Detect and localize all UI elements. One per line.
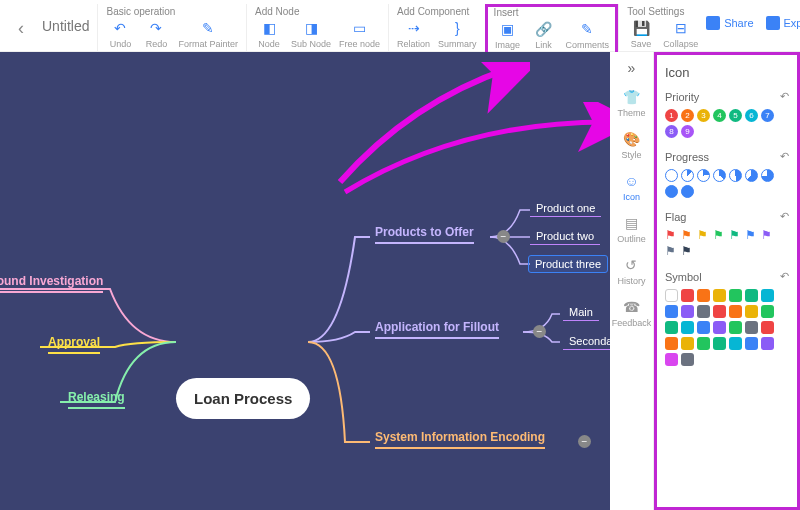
symbol-15[interactable] (681, 321, 694, 334)
expand-toggle[interactable]: − (497, 230, 510, 243)
symbol-6[interactable] (761, 289, 774, 302)
leaf-node[interactable]: Seconda (563, 333, 610, 350)
progress-2[interactable] (697, 169, 710, 182)
symbol-4[interactable] (729, 289, 742, 302)
nav-theme[interactable]: 👕Theme (617, 88, 645, 118)
node-button[interactable]: ◧Node (255, 19, 283, 49)
branch-right-1[interactable]: Products to Offer (375, 225, 474, 244)
center-node[interactable]: Loan Process (176, 378, 310, 419)
nav-history[interactable]: ↺History (617, 256, 645, 286)
redo-button[interactable]: ↷Redo (142, 19, 170, 49)
subnode-button[interactable]: ◨Sub Node (291, 19, 331, 49)
priority-3[interactable]: 3 (697, 109, 710, 122)
progress-4[interactable] (729, 169, 742, 182)
priority-6[interactable]: 6 (745, 109, 758, 122)
progress-6[interactable] (761, 169, 774, 182)
symbol-18[interactable] (729, 321, 742, 334)
progress-3[interactable] (713, 169, 726, 182)
save-button[interactable]: 💾Save (627, 19, 655, 49)
branch-left-2[interactable]: Approval (48, 335, 100, 354)
flag-2[interactable]: ⚑ (697, 229, 710, 242)
relation-button[interactable]: ⇢Relation (397, 19, 430, 49)
symbol-13[interactable] (761, 305, 774, 318)
branch-right-3[interactable]: System Information Encoding (375, 430, 545, 449)
progress-8[interactable] (681, 185, 694, 198)
symbol-16[interactable] (697, 321, 710, 334)
symbol-11[interactable] (729, 305, 742, 318)
reset-button[interactable]: ↶ (780, 210, 789, 223)
format-painter-button[interactable]: ✎Format Painter (178, 19, 238, 49)
priority-9[interactable]: 9 (681, 125, 694, 138)
comments-button[interactable]: ✎Comments (566, 20, 610, 50)
symbol-12[interactable] (745, 305, 758, 318)
symbol-14[interactable] (665, 321, 678, 334)
reset-button[interactable]: ↶ (780, 90, 789, 103)
reset-button[interactable]: ↶ (780, 270, 789, 283)
mindmap-canvas[interactable]: Loan Process round Investigation Approva… (0, 52, 610, 510)
priority-1[interactable]: 1 (665, 109, 678, 122)
share-button[interactable]: Share (706, 16, 753, 30)
nav-feedback[interactable]: ☎Feedback (612, 298, 652, 328)
symbol-8[interactable] (681, 305, 694, 318)
branch-left-3[interactable]: Releasing (68, 390, 125, 409)
leaf-node[interactable]: Product two (530, 228, 600, 245)
expand-toggle[interactable]: − (533, 325, 546, 338)
symbol-26[interactable] (745, 337, 758, 350)
priority-4[interactable]: 4 (713, 109, 726, 122)
flag-6[interactable]: ⚑ (761, 229, 774, 242)
priority-5[interactable]: 5 (729, 109, 742, 122)
symbol-22[interactable] (681, 337, 694, 350)
image-button[interactable]: ▣Image (494, 20, 522, 50)
symbol-5[interactable] (745, 289, 758, 302)
symbol-20[interactable] (761, 321, 774, 334)
symbol-10[interactable] (713, 305, 726, 318)
flag-3[interactable]: ⚑ (713, 229, 726, 242)
symbol-7[interactable] (665, 305, 678, 318)
flag-4[interactable]: ⚑ (729, 229, 742, 242)
symbol-28[interactable] (665, 353, 678, 366)
symbol-23[interactable] (697, 337, 710, 350)
symbol-25[interactable] (729, 337, 742, 350)
leaf-node[interactable]: Main (563, 304, 599, 321)
freenode-button[interactable]: ▭Free node (339, 19, 380, 49)
progress-5[interactable] (745, 169, 758, 182)
progress-1[interactable] (681, 169, 694, 182)
symbol-19[interactable] (745, 321, 758, 334)
branch-left-1[interactable]: round Investigation (0, 274, 103, 293)
symbol-29[interactable] (681, 353, 694, 366)
undo-button[interactable]: ↶Undo (106, 19, 134, 49)
symbol-2[interactable] (697, 289, 710, 302)
symbol-24[interactable] (713, 337, 726, 350)
symbol-21[interactable] (665, 337, 678, 350)
symbol-0[interactable] (665, 289, 678, 302)
collapse-button[interactable]: ⊟Collapse (663, 19, 698, 49)
nav-style[interactable]: 🎨Style (621, 130, 641, 160)
priority-8[interactable]: 8 (665, 125, 678, 138)
progress-7[interactable] (665, 185, 678, 198)
expand-toggle[interactable]: − (578, 435, 591, 448)
flag-7[interactable]: ⚑ (665, 245, 678, 258)
symbol-9[interactable] (697, 305, 710, 318)
nav-outline[interactable]: ▤Outline (617, 214, 646, 244)
priority-2[interactable]: 2 (681, 109, 694, 122)
symbol-27[interactable] (761, 337, 774, 350)
symbol-1[interactable] (681, 289, 694, 302)
progress-0[interactable] (665, 169, 678, 182)
flag-0[interactable]: ⚑ (665, 229, 678, 242)
flag-5[interactable]: ⚑ (745, 229, 758, 242)
priority-7[interactable]: 7 (761, 109, 774, 122)
reset-button[interactable]: ↶ (780, 150, 789, 163)
branch-right-2[interactable]: Application for Fillout (375, 320, 499, 339)
flag-1[interactable]: ⚑ (681, 229, 694, 242)
collapse-panel-button[interactable]: » (628, 60, 636, 76)
summary-button[interactable]: }Summary (438, 19, 477, 49)
symbol-17[interactable] (713, 321, 726, 334)
leaf-node-selected[interactable]: Product three (528, 255, 608, 273)
leaf-node[interactable]: Product one (530, 200, 601, 217)
nav-icon[interactable]: ☺Icon (623, 172, 641, 202)
link-button[interactable]: 🔗Link (530, 20, 558, 50)
document-title[interactable]: Untitled (34, 4, 97, 48)
flag-8[interactable]: ⚑ (681, 245, 694, 258)
symbol-3[interactable] (713, 289, 726, 302)
back-button[interactable]: ‹ (8, 4, 34, 53)
